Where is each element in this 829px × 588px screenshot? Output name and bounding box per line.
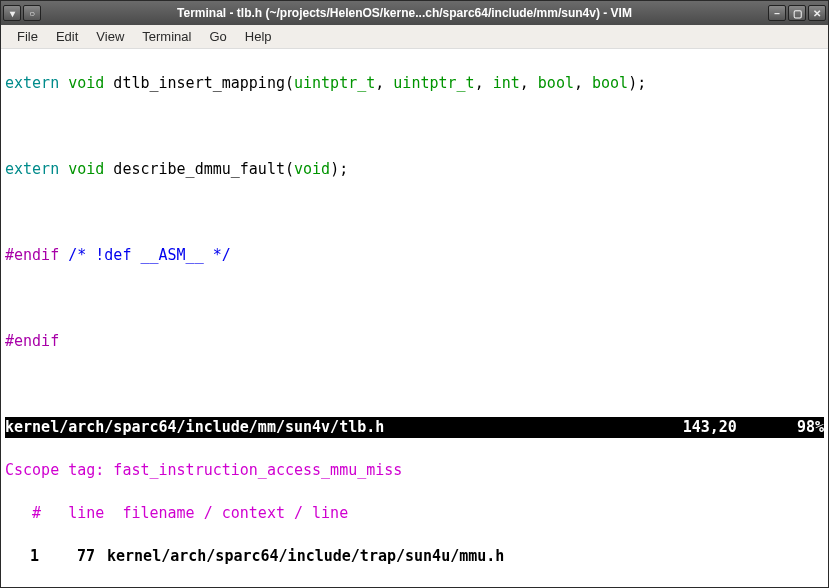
menu-terminal[interactable]: Terminal (134, 27, 199, 46)
preproc-endif: #endif (5, 246, 59, 264)
menu-help[interactable]: Help (237, 27, 280, 46)
code-line: #endif /* !def __ASM__ */ (5, 245, 824, 267)
type: void (294, 160, 330, 178)
blank-line (5, 374, 824, 396)
result-file: kernel/arch/sparc64/include/trap/sun4u/m… (95, 546, 504, 568)
comment: /* !def __ASM__ */ (59, 246, 231, 264)
blank-line (5, 288, 824, 310)
code-line: extern void describe_dmmu_fault(void); (5, 159, 824, 181)
titlebar-left-controls: ▾ ○ (3, 5, 41, 21)
maximize-button[interactable]: ▢ (788, 5, 806, 21)
keyword-extern: extern (5, 74, 59, 92)
cscope-tag-header: Cscope tag: fast_instruction_access_mmu_… (5, 460, 824, 482)
sticky-button[interactable]: ○ (23, 5, 41, 21)
close-button[interactable]: ✕ (808, 5, 826, 21)
type: bool (538, 74, 574, 92)
menu-file[interactable]: File (9, 27, 46, 46)
menu-view[interactable]: View (88, 27, 132, 46)
cscope-result-row[interactable]: 177kernel/arch/sparc64/include/trap/sun4… (5, 546, 824, 568)
terminal-content[interactable]: extern void dtlb_insert_mapping(uintptr_… (1, 49, 828, 587)
window-title: Terminal - tlb.h (~/projects/HelenOS/ker… (41, 6, 768, 20)
code-text: describe_dmmu_fault( (104, 160, 294, 178)
titlebar[interactable]: ▾ ○ Terminal - tlb.h (~/projects/HelenOS… (1, 1, 828, 25)
result-line: 77 (39, 546, 95, 568)
status-position: 143,20 (683, 417, 737, 439)
keyword-void: void (68, 74, 104, 92)
menubar: File Edit View Terminal Go Help (1, 25, 828, 49)
type: uintptr_t (393, 74, 474, 92)
close-icon: ✕ (813, 8, 821, 19)
code-line: extern void dtlb_insert_mapping(uintptr_… (5, 73, 824, 95)
app-icon: ▾ (10, 8, 15, 19)
minimize-icon: – (774, 8, 780, 19)
type: int (493, 74, 520, 92)
blank-line (5, 202, 824, 224)
vim-status-line: kernel/arch/sparc64/include/mm/sun4v/tlb… (5, 417, 824, 439)
status-filename: kernel/arch/sparc64/include/mm/sun4v/tlb… (5, 417, 384, 439)
code-line: #endif (5, 331, 824, 353)
result-index: 1 (5, 546, 39, 568)
preproc-endif: #endif (5, 332, 59, 350)
status-percent: 98% (737, 417, 824, 439)
app-menu-button[interactable]: ▾ (3, 5, 21, 21)
pin-icon: ○ (29, 8, 35, 19)
blank-line (5, 116, 824, 138)
keyword-void: void (68, 160, 104, 178)
keyword-extern: extern (5, 160, 59, 178)
cscope-column-header: # line filename / context / line (5, 503, 824, 525)
code-text: dtlb_insert_mapping( (104, 74, 294, 92)
minimize-button[interactable]: – (768, 5, 786, 21)
type: bool (592, 74, 628, 92)
maximize-icon: ▢ (793, 8, 802, 19)
menu-go[interactable]: Go (201, 27, 234, 46)
app-window: ▾ ○ Terminal - tlb.h (~/projects/HelenOS… (0, 0, 829, 588)
titlebar-right-controls: – ▢ ✕ (768, 5, 826, 21)
menu-edit[interactable]: Edit (48, 27, 86, 46)
type: uintptr_t (294, 74, 375, 92)
